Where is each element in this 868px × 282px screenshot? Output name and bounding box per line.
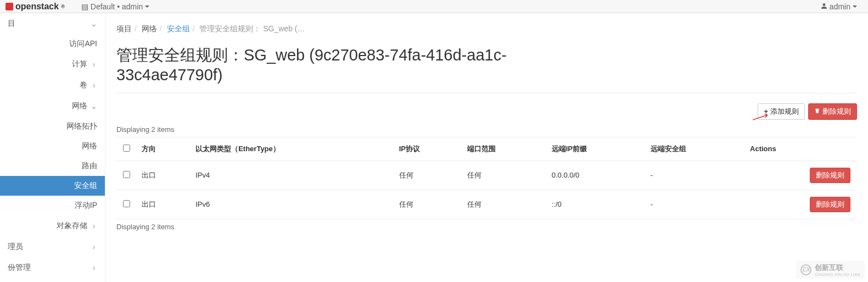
chevron-right-icon: › [91,242,97,251]
book-icon: ▤ [81,2,88,11]
add-rule-button[interactable]: + 添加规则 [758,103,805,120]
context-domain: Default [91,2,115,11]
openstack-logo-icon [5,3,13,10]
delete-rule-button[interactable]: 删除规则 [808,103,857,120]
sidebar-item-object-storage[interactable]: 对象存储› [0,215,105,236]
watermark-logo-icon: CX [800,264,811,275]
sidebar-item-project[interactable]: 目 ⌄ [0,13,105,34]
cell-remote-ip: ::/0 [546,190,645,219]
chevron-down-icon: ⌄ [91,102,97,110]
context-project: admin [122,2,143,11]
col-remote-sg[interactable]: 远端安全组 [645,137,744,161]
cell-direction: 出口 [136,190,190,219]
dot-separator: • [117,2,120,11]
col-remote-ip[interactable]: 远端IP前缀 [546,137,645,161]
cell-remote-ip: 0.0.0.0/0 [546,161,645,190]
cell-port-range: 任何 [462,190,546,219]
watermark-text: 创新互联 [815,263,860,273]
cell-protocol: 任何 [394,190,462,219]
col-direction[interactable]: 方向 [136,137,190,161]
table-row: 出口 IPv4 任何 任何 0.0.0.0/0 - 删除规则 [116,161,857,190]
sidebar-item-api[interactable]: 访问API [0,34,105,54]
breadcrumb-l2[interactable]: 网络 [142,24,157,33]
caret-down-icon [145,5,149,8]
item-count-top: Displaying 2 items [116,125,857,134]
breadcrumb-l3[interactable]: 安全组 [167,24,190,33]
row-delete-button[interactable]: 删除规则 [810,197,850,212]
brand-text: openstack [15,2,59,12]
breadcrumb: 项目/ 网络/ 安全组/ 管理安全组规则： SG_web (… [116,19,857,40]
context-switcher[interactable]: ▤ Default • admin [81,2,149,11]
sidebar-item-floating-ip[interactable]: 浮动IP [0,196,105,215]
sidebar-item-network[interactable]: 网络⌄ [0,96,105,117]
sidebar-item-topology[interactable]: 网络拓扑 [0,117,105,136]
sidebar-item-compute[interactable]: 计算› [0,54,105,75]
caret-down-icon [853,5,857,8]
chevron-down-icon: ⌄ [91,19,97,28]
breadcrumb-l4: 管理安全组规则： SG_web (… [199,24,305,33]
actions-bar: + 添加规则 删除规则 [116,103,857,120]
trash-icon [814,107,820,115]
table-row: 出口 IPv6 任何 任何 ::/0 - 删除规则 [116,190,857,219]
sidebar-item-security-groups[interactable]: 安全组 [0,176,105,196]
cell-ethertype: IPv4 [190,161,394,190]
registered-icon: ® [61,4,65,9]
user-name: admin [830,2,850,11]
plus-icon: + [764,107,768,115]
row-checkbox[interactable] [123,171,130,178]
col-port-range[interactable]: 端口范围 [462,137,546,161]
cell-remote-sg: - [645,161,744,190]
chevron-right-icon: › [91,263,97,272]
sidebar-item-routers[interactable]: 路由 [0,156,105,176]
select-all-checkbox[interactable] [123,145,130,152]
sidebar-item-volumes[interactable]: 卷› [0,75,105,96]
chevron-right-icon: › [91,222,97,230]
cell-direction: 出口 [136,161,190,190]
row-checkbox[interactable] [123,200,130,207]
user-icon [821,2,827,11]
sidebar: 目 ⌄ 访问API 计算› 卷› 网络⌄ 网络拓扑 网络 路由 安全组 浮动IP… [0,13,105,282]
rules-table: 方向 以太网类型（EtherType） IP协议 端口范围 远端IP前缀 远端安… [116,137,857,219]
chevron-right-icon: › [91,60,97,69]
cell-remote-sg: - [645,190,744,219]
main-content: 项目/ 网络/ 安全组/ 管理安全组规则： SG_web (… 管理安全组规则：… [105,13,868,282]
brand[interactable]: openstack® [5,2,65,12]
watermark: CX 创新互联 CHUANG XIN HU LIAN [796,261,865,279]
row-delete-button[interactable]: 删除规则 [810,168,850,183]
cell-protocol: 任何 [394,161,462,190]
user-menu[interactable]: admin [821,2,863,11]
sidebar-item-networks[interactable]: 网络 [0,136,105,156]
item-count-bottom: Displaying 2 items [116,223,857,231]
col-actions: Actions [744,137,857,161]
page-title: 管理安全组规则：SG_web (9c270e83-74fa-416d-aa1c-… [116,45,857,93]
table-header-row: 方向 以太网类型（EtherType） IP协议 端口范围 远端IP前缀 远端安… [116,137,857,161]
col-protocol[interactable]: IP协议 [394,137,462,161]
col-ethertype[interactable]: 以太网类型（EtherType） [190,137,394,161]
sidebar-item-identity[interactable]: 份管理› [0,257,105,278]
cell-ethertype: IPv6 [190,190,394,219]
watermark-sub: CHUANG XIN HU LIAN [815,273,860,277]
breadcrumb-l1[interactable]: 项目 [116,24,132,33]
chevron-right-icon: › [91,81,97,90]
sidebar-item-admin[interactable]: 理员› [0,236,105,257]
cell-port-range: 任何 [462,161,546,190]
topbar: openstack® ▤ Default • admin admin [0,0,868,13]
